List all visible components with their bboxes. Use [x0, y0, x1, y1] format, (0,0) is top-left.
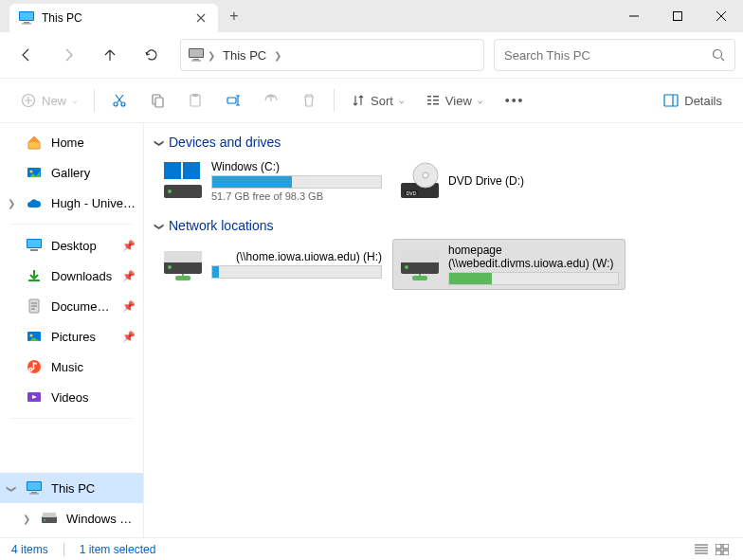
sidebar-item-downloads[interactable]: Downloads 📌 [0, 261, 143, 291]
svg-rect-45 [183, 162, 200, 179]
desktop-icon [27, 238, 42, 253]
view-icon [426, 94, 440, 107]
network-drive-icon [399, 244, 441, 285]
usage-bar [211, 265, 382, 279]
svg-rect-7 [193, 59, 199, 61]
close-window-button[interactable] [699, 0, 743, 32]
address-bar[interactable]: ❯ This PC ❯ [180, 39, 484, 71]
sidebar-item-videos[interactable]: Videos [0, 382, 143, 412]
svg-rect-38 [29, 494, 39, 495]
scissors-icon [112, 93, 127, 108]
sidebar-item-music[interactable]: Music [0, 352, 143, 382]
delete-button[interactable] [292, 84, 326, 117]
svg-point-26 [30, 171, 33, 173]
new-tab-button[interactable]: + [218, 0, 250, 32]
group-network[interactable]: ❯ Network locations [148, 214, 739, 237]
videos-icon [27, 389, 42, 405]
status-item-count: 4 items [11, 543, 48, 556]
back-button[interactable] [8, 38, 45, 72]
share-icon [263, 93, 279, 108]
paste-button[interactable] [178, 84, 212, 117]
rename-button[interactable] [216, 84, 250, 117]
svg-rect-23 [433, 103, 439, 105]
svg-rect-1 [20, 12, 33, 20]
home-icon [27, 135, 42, 150]
more-button[interactable]: ••• [496, 84, 535, 117]
chevron-down-icon: ⌵ [478, 96, 482, 105]
svg-rect-64 [716, 544, 721, 549]
view-button[interactable]: View ⌵ [417, 84, 492, 117]
sidebar-item-documents[interactable]: Documents 📌 [0, 291, 143, 321]
svg-point-58 [168, 265, 172, 269]
svg-rect-57 [164, 251, 202, 262]
search-box[interactable] [494, 39, 735, 71]
chevron-down-icon: ⌵ [72, 96, 77, 105]
content-pane: ❯ Devices and drives Windows (C:) 51.7 G… [144, 123, 743, 537]
chevron-right-icon[interactable]: ❯ [208, 50, 215, 61]
drive-windows-c[interactable]: Windows (C:) 51.7 GB free of 98.3 GB [155, 155, 389, 207]
maximize-button[interactable] [656, 0, 699, 32]
svg-point-12 [121, 102, 125, 106]
svg-rect-17 [227, 98, 236, 103]
group-devices[interactable]: ❯ Devices and drives [148, 131, 739, 154]
svg-rect-61 [401, 251, 439, 262]
copy-button[interactable] [140, 84, 174, 117]
pin-icon: 📌 [122, 331, 136, 343]
documents-icon [27, 298, 42, 314]
sidebar-item-pictures[interactable]: Pictures 📌 [0, 321, 143, 352]
svg-rect-49 [164, 172, 172, 180]
chevron-right-icon[interactable]: ❯ [23, 514, 30, 524]
cut-button[interactable] [102, 84, 136, 117]
new-button[interactable]: New ⌵ [11, 84, 86, 117]
svg-rect-18 [427, 96, 431, 98]
drive-icon [162, 160, 204, 202]
chevron-down-icon[interactable]: ❯ [7, 484, 17, 492]
refresh-button[interactable] [133, 38, 171, 72]
chevron-right-icon[interactable]: ❯ [8, 198, 15, 208]
svg-rect-47 [164, 162, 172, 171]
up-button[interactable] [91, 38, 129, 72]
svg-point-55 [423, 172, 428, 178]
monitor-icon [189, 47, 204, 63]
forward-button[interactable] [49, 38, 87, 72]
chevron-down-icon: ⌵ [399, 96, 404, 105]
svg-rect-16 [192, 94, 198, 97]
rename-icon [226, 93, 241, 108]
sort-button[interactable]: Sort ⌵ [342, 84, 413, 117]
sidebar-item-desktop[interactable]: Desktop 📌 [0, 230, 143, 261]
tab-thispc[interactable]: This PC [9, 4, 218, 32]
sidebar-item-gallery[interactable]: Gallery [0, 157, 143, 188]
details-view-button[interactable] [692, 541, 711, 558]
svg-text:DVD: DVD [407, 190, 417, 196]
sidebar-item-onedrive[interactable]: ❯ Hugh - University [0, 188, 143, 218]
pin-icon: 📌 [122, 240, 136, 252]
search-input[interactable] [504, 48, 712, 63]
sidebar-item-thispc[interactable]: ❯ This PC [0, 473, 143, 503]
large-icons-view-button[interactable] [713, 541, 732, 558]
pin-icon: 📌 [122, 270, 136, 282]
status-bar: 4 items 1 item selected [0, 537, 743, 560]
svg-rect-65 [723, 544, 729, 549]
tab-title: This PC [42, 11, 186, 25]
chevron-right-icon[interactable]: ❯ [274, 50, 281, 61]
minimize-button[interactable] [612, 0, 656, 32]
monitor-icon [19, 10, 34, 26]
usage-bar [211, 175, 382, 189]
drive-network-w[interactable]: homepage (\\webedit.divms.uiowa.edu) (W:… [392, 239, 625, 290]
drive-network-h[interactable]: (\\home.iowa.uiowa.edu) (H:) [155, 239, 389, 290]
drive-dvd-d[interactable]: DVD DVD Drive (D:) [392, 155, 625, 207]
toolbar: New ⌵ Sort ⌵ View ⌵ ••• Details [0, 78, 743, 123]
address-location[interactable]: This PC [219, 46, 270, 64]
sidebar-item-home[interactable]: Home [0, 127, 143, 157]
svg-rect-20 [427, 103, 431, 105]
svg-point-11 [114, 102, 118, 106]
details-pane-button[interactable]: Details [654, 84, 732, 117]
window-controls [612, 0, 743, 32]
sidebar-item-windows-c[interactable]: ❯ Windows (C:) [0, 503, 143, 533]
navigation-pane: Home Gallery ❯ Hugh - University Desktop… [0, 123, 144, 537]
share-button[interactable] [254, 84, 288, 117]
download-icon [27, 268, 42, 283]
svg-rect-37 [31, 492, 37, 494]
svg-rect-2 [24, 22, 29, 24]
tab-close-button[interactable] [193, 10, 208, 26]
